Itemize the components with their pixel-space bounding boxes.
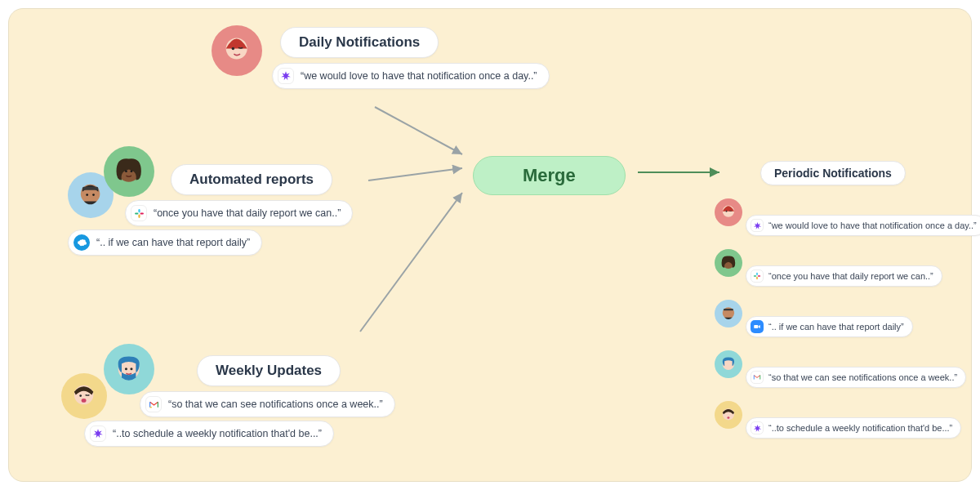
quote-text: “once you have that daily report we can.… bbox=[154, 207, 341, 219]
quote-weekly-2: “..to schedule a weekly notification tha… bbox=[84, 421, 334, 447]
slack-icon bbox=[131, 205, 147, 221]
spark-icon bbox=[278, 68, 294, 84]
group-title-weekly: Weekly Updates bbox=[197, 355, 341, 386]
quote-text: “.. if we can have that report daily” bbox=[768, 322, 904, 332]
gmail-icon bbox=[751, 371, 764, 384]
zoom-icon bbox=[751, 320, 764, 333]
result-quote-4: “so that we can see notifications once a… bbox=[746, 367, 966, 388]
svg-line-0 bbox=[375, 107, 462, 154]
quote-text: “so that we can see notifications once a… bbox=[768, 372, 957, 382]
svg-point-11 bbox=[125, 171, 127, 173]
quote-reports-1: “once you have that daily report we can.… bbox=[125, 200, 353, 226]
svg-point-12 bbox=[131, 171, 133, 173]
group-title-daily: Daily Notifications bbox=[280, 27, 439, 58]
svg-rect-7 bbox=[82, 187, 99, 190]
svg-line-1 bbox=[368, 168, 462, 180]
svg-rect-28 bbox=[756, 277, 758, 279]
result-avatar-2 bbox=[715, 249, 742, 277]
result-avatar-5 bbox=[715, 401, 742, 429]
svg-rect-26 bbox=[756, 273, 758, 275]
svg-rect-15 bbox=[138, 214, 140, 217]
quote-text: “.. if we can have that report daily” bbox=[96, 237, 250, 248]
spark-icon bbox=[751, 219, 764, 232]
svg-rect-32 bbox=[754, 325, 758, 328]
quote-text: “..to schedule a weekly notification tha… bbox=[768, 423, 952, 433]
result-avatar-1 bbox=[715, 198, 742, 226]
result-title: Periodic Notifications bbox=[760, 161, 906, 185]
quote-text: “we would love to have that notification… bbox=[301, 70, 537, 82]
svg-point-9 bbox=[93, 194, 96, 197]
result-avatar-4 bbox=[715, 350, 742, 378]
quote-weekly-1: “so that we can see notifications once a… bbox=[140, 391, 395, 417]
svg-point-21 bbox=[125, 368, 127, 370]
quote-text: “we would love to have that notification… bbox=[768, 220, 977, 230]
spark-icon bbox=[90, 425, 106, 442]
avatar-yellow bbox=[61, 373, 107, 419]
svg-point-5 bbox=[232, 47, 234, 50]
svg-point-22 bbox=[131, 368, 133, 370]
svg-line-2 bbox=[360, 193, 462, 332]
quote-reports-2: “.. if we can have that report daily” bbox=[68, 229, 262, 256]
salesforce-icon bbox=[74, 234, 90, 251]
svg-point-19 bbox=[82, 399, 87, 403]
svg-rect-29 bbox=[758, 275, 760, 277]
svg-point-8 bbox=[87, 194, 89, 197]
result-avatar-3 bbox=[715, 300, 742, 327]
svg-point-18 bbox=[80, 395, 82, 398]
avatar-green bbox=[104, 146, 154, 197]
group-title-reports: Automated reports bbox=[171, 164, 332, 195]
avatar-teal bbox=[104, 344, 154, 394]
svg-rect-16 bbox=[140, 212, 143, 214]
merge-node: Merge bbox=[473, 156, 626, 195]
quote-text: “..to schedule a weekly notification tha… bbox=[113, 428, 322, 439]
quote-text: “once you have that daily report we can.… bbox=[768, 271, 933, 281]
result-quote-3: “.. if we can have that report daily” bbox=[746, 316, 913, 337]
result-quote-5: “..to schedule a weekly notification tha… bbox=[746, 417, 961, 439]
result-quote-2: “once you have that daily report we can.… bbox=[746, 265, 942, 287]
svg-point-35 bbox=[728, 416, 730, 418]
svg-rect-13 bbox=[138, 209, 140, 212]
gmail-icon bbox=[145, 396, 162, 412]
quote-daily-1: “we would love to have that notification… bbox=[272, 63, 550, 89]
svg-point-24 bbox=[726, 211, 728, 212]
svg-rect-14 bbox=[135, 212, 138, 214]
slack-icon bbox=[751, 270, 764, 283]
quote-text: “so that we can see notifications once a… bbox=[168, 399, 383, 410]
svg-rect-31 bbox=[724, 309, 733, 310]
spark-icon bbox=[751, 421, 764, 434]
result-quote-1: “we would love to have that notification… bbox=[746, 215, 980, 236]
diagram-canvas: Daily Notifications “we would love to ha… bbox=[8, 8, 972, 482]
avatar-red bbox=[212, 25, 262, 76]
svg-rect-27 bbox=[754, 275, 756, 277]
